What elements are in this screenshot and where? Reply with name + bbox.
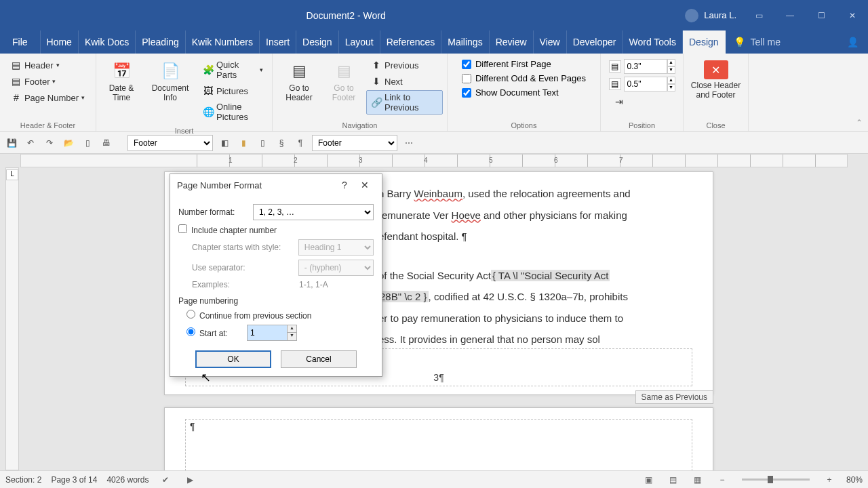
insert-alignment-tab-button[interactable]: ⇥ (609, 94, 675, 109)
footer-bottom-spinner[interactable]: ▲▼ (667, 77, 675, 92)
user-name: Laura L. (704, 10, 736, 20)
status-words[interactable]: 4026 words (106, 475, 149, 485)
maximize-icon[interactable]: ☐ (806, 0, 837, 30)
dialog-close-icon[interactable]: ✕ (355, 176, 375, 195)
close-window-icon[interactable]: ✕ (837, 0, 868, 30)
previous-icon: ⬆ (371, 60, 382, 70)
start-at-label: Start at: (199, 329, 228, 338)
start-at-spinner[interactable]: ▲▼ (247, 325, 297, 341)
section-icon[interactable]: § (274, 136, 289, 150)
next-button[interactable]: ⬇Next (366, 74, 443, 89)
zoom-out-icon[interactable]: − (715, 472, 730, 487)
tab-home[interactable]: Home (41, 30, 79, 54)
different-first-page-checkbox[interactable]: Different First Page (459, 58, 589, 70)
horizontal-ruler[interactable]: 1 2 3 4 5 6 7 (20, 154, 848, 167)
ruler-num: 4 (424, 157, 428, 164)
goto-footer-button: ▤ Go to Footer (323, 58, 365, 105)
spin-up-icon[interactable]: ▲ (287, 325, 296, 333)
tab-layout[interactable]: Layout (339, 30, 380, 54)
read-mode-icon[interactable]: ▣ (642, 472, 656, 487)
status-section[interactable]: Section: 2 (5, 475, 41, 485)
share-button[interactable]: 👤 (837, 30, 868, 54)
previous-button[interactable]: ⬆Previous (366, 58, 443, 73)
goto-header-button[interactable]: ▤ Go to Header (277, 58, 321, 105)
page-number-button[interactable]: #Page Number ▾ (6, 90, 90, 105)
different-odd-even-checkbox[interactable]: Different Odd & Even Pages (459, 72, 589, 85)
user-area[interactable]: Laura L. (678, 9, 743, 22)
dialog-help-icon[interactable]: ? (334, 176, 355, 195)
minimize-icon[interactable]: ― (774, 0, 806, 30)
tab-selector-icon[interactable]: L (6, 169, 18, 180)
tab-design-1[interactable]: Design (296, 30, 339, 54)
header-region-page2[interactable]: ¶ (185, 419, 692, 470)
vertical-ruler[interactable]: L (5, 167, 19, 470)
tab-word-tools[interactable]: Word Tools (623, 30, 683, 54)
include-chapter-checkbox[interactable]: Include chapter number (178, 224, 277, 235)
web-layout-icon[interactable]: ▦ (690, 472, 705, 487)
pictures-button[interactable]: 🖼Pictures (198, 83, 268, 98)
footer-from-bottom-input[interactable] (624, 77, 667, 92)
start-at-radio[interactable]: Start at: (186, 327, 228, 338)
footer-button[interactable]: ▤Footer ▾ (6, 74, 90, 89)
tab-developer[interactable]: Developer (567, 30, 623, 54)
zoom-slider[interactable] (742, 479, 810, 481)
zoom-level[interactable]: 80% (846, 475, 863, 485)
number-format-select[interactable]: 1, 2, 3, … (253, 204, 374, 220)
cancel-button[interactable]: Cancel (281, 350, 357, 368)
group-header-footer-label: Header & Footer (0, 120, 96, 132)
tab-mailings[interactable]: Mailings (441, 30, 489, 54)
open-icon[interactable]: 📂 (61, 136, 76, 150)
tab-kwik-docs[interactable]: Kwik Docs (79, 30, 136, 54)
continue-previous-radio[interactable]: Continue from previous section (186, 310, 311, 321)
tab-file[interactable]: File (0, 30, 41, 54)
tab-hf-design[interactable]: Design (683, 30, 726, 54)
tab-references[interactable]: References (380, 30, 442, 54)
tell-me[interactable]: 💡 Tell me (726, 30, 837, 54)
tab-pleading[interactable]: Pleading (136, 30, 186, 54)
link-previous-button[interactable]: 🔗Link to Previous (366, 90, 443, 115)
doc-info-label: Document Info (149, 83, 191, 102)
start-at-input[interactable] (248, 325, 287, 340)
spin-down-icon[interactable]: ▼ (287, 333, 296, 340)
tab-view[interactable]: View (534, 30, 567, 54)
qat-more-icon[interactable]: ⋯ (401, 136, 416, 150)
page-numbering-label: Page numbering (178, 296, 374, 306)
spellcheck-icon[interactable]: ✔ (158, 472, 173, 487)
footer-icon: ▤ (11, 76, 22, 87)
tab-review[interactable]: Review (490, 30, 534, 54)
pilcrow-icon[interactable]: ¶ (293, 136, 308, 150)
chapter-starts-label: Chapter starts with style: (192, 243, 293, 252)
header-top-spinner[interactable]: ▲▼ (667, 59, 675, 74)
style-combo-2[interactable]: Footer (312, 135, 397, 151)
undo-icon[interactable]: ↶ (23, 136, 38, 150)
header-from-top-input[interactable] (624, 59, 667, 74)
macro-icon[interactable]: ▶ (182, 472, 197, 487)
link-previous-label: Link to Previous (384, 92, 438, 113)
show-document-text-checkbox[interactable]: Show Document Text (459, 86, 589, 99)
date-time-button[interactable]: 📅 Date & Time (100, 58, 142, 105)
header-label: Header (24, 60, 54, 70)
document-info-button[interactable]: 📄 Document Info (144, 58, 197, 105)
ribbon-display-icon[interactable]: ▭ (743, 0, 774, 30)
goto-header-icon: ▤ (288, 60, 310, 82)
ok-button[interactable]: OK (195, 350, 271, 368)
tab-kwik-numbers[interactable]: Kwik Numbers (186, 30, 260, 54)
status-page[interactable]: Page 3 of 14 (51, 475, 97, 485)
new-doc-icon[interactable]: ▯ (80, 136, 95, 150)
zoom-in-icon[interactable]: + (822, 472, 837, 487)
status-bar: Section: 2 Page 3 of 14 4026 words ✔ ▶ ▣… (0, 470, 868, 488)
doc-info-icon: 📄 (159, 60, 181, 82)
collapse-ribbon-icon[interactable]: ⌃ (856, 118, 863, 127)
close-header-footer-button[interactable]: ✕ Close Header and Footer (682, 58, 751, 102)
save-icon[interactable]: 💾 (4, 136, 19, 150)
header-button[interactable]: ▤Header ▾ (6, 58, 90, 73)
quick-parts-button[interactable]: 🧩Quick Parts ▾ (198, 58, 268, 82)
online-pictures-icon: 🌐 (203, 106, 214, 117)
diff-oddeven-label: Different Odd & Even Pages (475, 73, 586, 83)
print-layout-icon[interactable]: ▤ (666, 472, 681, 487)
redo-icon[interactable]: ↷ (42, 136, 57, 150)
previous-label: Previous (384, 60, 419, 70)
tab-insert[interactable]: Insert (260, 30, 296, 54)
document-page-2[interactable]: ¶ (164, 407, 713, 470)
online-pictures-button[interactable]: 🌐Online Pictures (198, 100, 268, 124)
